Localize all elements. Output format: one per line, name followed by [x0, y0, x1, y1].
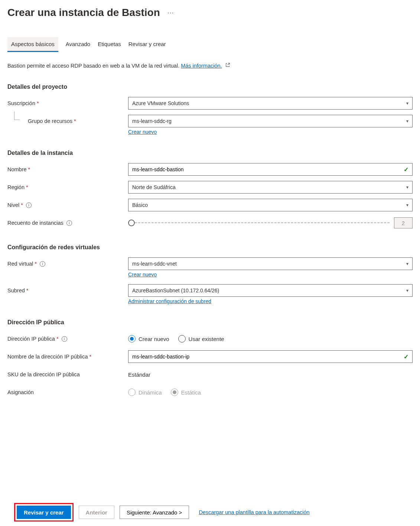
tier-value: Básico — [132, 202, 148, 208]
info-icon[interactable]: i — [40, 261, 45, 267]
subscription-value: Azure VMware Solutions — [132, 100, 189, 106]
footer: Revisar y crear Anterior Siguiente: Avan… — [7, 499, 413, 526]
previous-button: Anterior — [79, 506, 114, 519]
highlight-box: Revisar y crear — [14, 503, 74, 522]
create-rg-link[interactable]: Crear nuevo — [128, 129, 413, 135]
radio-use-existing-label: Usar existente — [189, 336, 224, 342]
resource-group-value: ms-learn-sddc-rg — [132, 118, 172, 124]
vnet-label: Red virtual* i — [7, 261, 128, 267]
public-ip-label: Dirección IP pública* i — [7, 336, 128, 342]
section-vnet-config: Configuración de redes virtuales — [7, 244, 413, 251]
download-template-link[interactable]: Descargar una plantilla para la automati… — [199, 509, 309, 515]
subnet-label: Subred* — [7, 288, 128, 293]
radio-dynamic: Dinámica — [128, 389, 162, 396]
name-input-field[interactable] — [132, 166, 404, 172]
check-icon: ✓ — [404, 166, 408, 173]
subscription-label: Suscripción* — [7, 100, 128, 106]
ip-sku-value: Estándar — [128, 371, 413, 378]
next-button[interactable]: Siguiente: Avanzado > — [120, 506, 189, 519]
info-icon[interactable]: i — [66, 220, 72, 226]
tab-advanced[interactable]: Avanzado — [66, 37, 90, 52]
learn-more-link[interactable]: Más información. — [181, 63, 222, 69]
chevron-down-icon: ▾ — [406, 288, 408, 293]
ip-name-input[interactable]: ✓ — [128, 350, 413, 363]
ip-name-input-field[interactable] — [132, 354, 404, 360]
tab-review[interactable]: Revisar y crear — [128, 37, 166, 52]
create-vnet-link[interactable]: Crear nuevo — [128, 272, 413, 277]
chevron-down-icon: ▾ — [406, 261, 408, 266]
instance-count-label: Recuento de instancias i — [7, 220, 128, 226]
page-title: Crear una instancia de Bastion — [7, 7, 160, 19]
radio-create-new[interactable]: Crear nuevo — [128, 335, 169, 342]
vnet-value: ms-learn-sddc-vnet — [132, 261, 177, 267]
subnet-value: AzureBastionSubnet (10.172.0.64/26) — [132, 288, 219, 293]
chevron-down-icon: ▾ — [406, 202, 408, 208]
manage-subnet-link[interactable]: Administrar configuración de subred — [128, 298, 413, 304]
info-icon[interactable]: i — [26, 202, 32, 208]
radio-create-new-label: Crear nuevo — [139, 336, 169, 342]
region-value: Norte de Sudáfrica — [132, 184, 176, 190]
name-input[interactable]: ✓ — [128, 163, 413, 176]
tier-select[interactable]: Básico ▾ — [128, 199, 413, 211]
ip-name-label: Nombre de la dirección IP pública* — [7, 354, 128, 360]
section-public-ip: Dirección IP pública — [7, 319, 413, 326]
tab-tags[interactable]: Etiquetas — [98, 37, 121, 52]
radio-circle-icon — [171, 389, 178, 396]
review-create-button[interactable]: Revisar y crear — [17, 506, 71, 519]
region-select[interactable]: Norte de Sudáfrica ▾ — [128, 181, 413, 194]
radio-circle-icon — [128, 335, 136, 342]
radio-static-label: Estática — [181, 389, 201, 396]
radio-circle-icon — [178, 335, 186, 342]
subnet-select[interactable]: AzureBastionSubnet (10.172.0.64/26) ▾ — [128, 284, 413, 297]
tabs: Aspectos básicos Avanzado Etiquetas Revi… — [7, 37, 413, 52]
radio-use-existing[interactable]: Usar existente — [178, 335, 224, 342]
name-label: Nombre* — [7, 166, 128, 172]
section-instance-details: Detalles de la instancia — [7, 150, 413, 156]
instance-count-value: 2 — [394, 217, 413, 228]
tier-label: Nivel* i — [7, 202, 128, 208]
resource-group-select[interactable]: ms-learn-sddc-rg ▾ — [128, 115, 413, 127]
assignment-label: Asignación — [7, 389, 128, 395]
tab-basics[interactable]: Aspectos básicos — [7, 37, 58, 52]
resource-group-label: Grupo de recursos* — [7, 118, 128, 124]
radio-dynamic-label: Dinámica — [139, 389, 162, 396]
more-icon[interactable]: ··· — [167, 9, 174, 17]
chevron-down-icon: ▾ — [406, 185, 408, 190]
radio-circle-icon — [128, 389, 136, 396]
section-project-details: Detalles del proyecto — [7, 84, 413, 90]
chevron-down-icon: ▾ — [406, 118, 408, 124]
instance-count-slider — [128, 222, 390, 224]
intro-text-content: Bastion permite el acceso RDP basado en … — [7, 63, 181, 69]
vnet-select[interactable]: ms-learn-sddc-vnet ▾ — [128, 257, 413, 270]
region-label: Región* — [7, 184, 128, 190]
external-link-icon — [225, 62, 230, 69]
info-icon[interactable]: i — [62, 336, 67, 342]
subscription-select[interactable]: Azure VMware Solutions ▾ — [128, 97, 413, 110]
ip-sku-label: SKU de la dirección IP pública — [7, 371, 128, 377]
intro-text: Bastion permite el acceso RDP basado en … — [7, 62, 413, 69]
radio-static: Estática — [171, 389, 201, 396]
slider-thumb — [128, 220, 135, 226]
chevron-down-icon: ▾ — [406, 101, 408, 106]
check-icon: ✓ — [404, 353, 408, 360]
